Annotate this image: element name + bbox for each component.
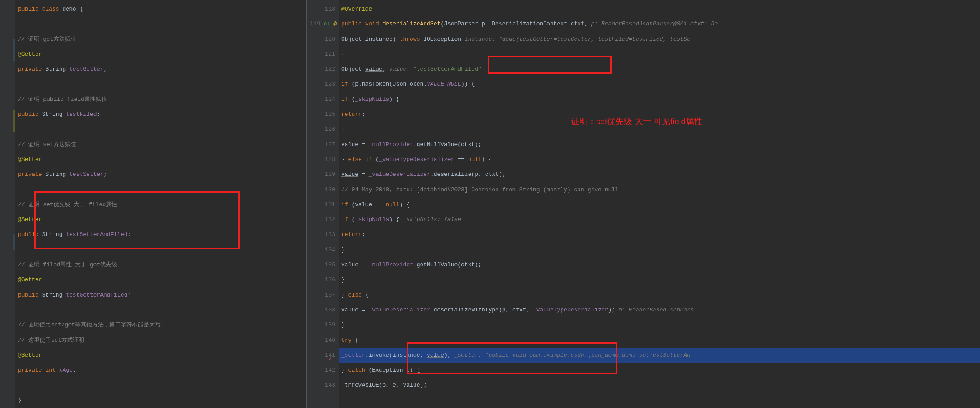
code-line[interactable]: @Setter — [15, 212, 306, 227]
gutter-line[interactable] — [0, 393, 15, 408]
gutter-line[interactable] — [0, 62, 15, 77]
code-line[interactable]: public String testGetterAndFiled; — [15, 288, 306, 303]
code-line[interactable]: try { — [339, 333, 980, 348]
gutter-line[interactable] — [0, 272, 15, 287]
code-line[interactable]: @Override — [339, 2, 980, 17]
code-line[interactable]: private int xAge; — [15, 363, 306, 378]
gutter-line-number[interactable]: 122 — [307, 62, 339, 77]
gutter-line[interactable] — [0, 227, 15, 242]
right-gutter[interactable]: 118119 o↑ @12012112212312412512612712812… — [307, 0, 339, 408]
code-line[interactable]: if (p.hasToken(JsonToken.VALUE_NULL)) { — [339, 77, 980, 92]
gutter-line-number[interactable]: 139 — [307, 318, 339, 333]
override-icon[interactable]: o↑ — [324, 21, 330, 27]
gutter-line[interactable] — [0, 318, 15, 333]
code-line[interactable]: // 这里使用set方式证明 — [15, 333, 306, 348]
gutter-line-number[interactable]: 135 — [307, 258, 339, 272]
code-line[interactable]: public class demo { — [15, 2, 306, 17]
code-line[interactable]: Object instance) throws IOException inst… — [339, 32, 980, 47]
code-line[interactable]: // 04-May-2018, tatu: [databind#2023] Co… — [339, 183, 980, 197]
gutter-line-number[interactable]: 125 — [307, 107, 339, 122]
right-code-area[interactable]: @Overridepublic void deserializeAndSet(J… — [339, 0, 980, 408]
code-line[interactable]: } else if (_valueTypeDeserializer == nul… — [339, 152, 980, 167]
code-line[interactable] — [15, 183, 306, 197]
code-line[interactable]: value = _nullProvider.getNullValue(ctxt)… — [339, 137, 980, 152]
code-line[interactable] — [15, 378, 306, 393]
code-line[interactable]: // 证明使用set/get等其他方法，第二字符不能是大写 — [15, 318, 306, 333]
code-line[interactable]: value = _nullProvider.getNullValue(ctxt)… — [339, 258, 980, 272]
gutter-line[interactable] — [0, 378, 15, 393]
gutter-line[interactable] — [0, 258, 15, 272]
gutter-line[interactable] — [0, 363, 15, 378]
gutter-line[interactable] — [0, 17, 15, 32]
gutter-line[interactable] — [0, 92, 15, 107]
code-line[interactable]: } else { — [339, 288, 980, 303]
code-line[interactable]: // 证明 get方法赋值 — [15, 32, 306, 47]
gutter-line-number[interactable]: 124 — [307, 92, 339, 107]
code-line[interactable]: } catch (Exception e) { — [339, 363, 980, 378]
gutter-line[interactable] — [0, 348, 15, 363]
code-line[interactable]: } — [339, 243, 980, 258]
code-line[interactable]: Object value; value: "testSetterAndFiled… — [339, 62, 980, 77]
gutter-line[interactable] — [0, 288, 15, 303]
gutter-line-number[interactable]: 132 — [307, 212, 339, 227]
gutter-line-number[interactable]: 134 — [307, 243, 339, 258]
gutter-line[interactable] — [0, 32, 15, 47]
gutter-line[interactable] — [0, 122, 15, 137]
gutter-line[interactable] — [0, 47, 15, 62]
gutter-line[interactable] — [0, 243, 15, 258]
code-line[interactable]: // 证明 set优先级 大于 filed属性 — [15, 197, 306, 212]
gutter-line-number[interactable]: 142 — [307, 363, 339, 378]
gutter-line-number[interactable]: 119 o↑ @ — [307, 17, 339, 32]
code-line[interactable]: @Setter — [15, 348, 306, 363]
code-line[interactable]: @Setter — [15, 152, 306, 167]
code-line[interactable]: value = _valueDeserializer.deserializeWi… — [339, 303, 980, 318]
code-line[interactable]: private String testGetter; — [15, 62, 306, 77]
code-line[interactable] — [15, 303, 306, 318]
gutter-line-number[interactable]: 120 — [307, 32, 339, 47]
gutter-line-number[interactable]: 129 — [307, 167, 339, 182]
gutter-line-number[interactable]: 127 — [307, 137, 339, 152]
gutter-line-number[interactable]: 141 — [307, 348, 339, 363]
code-line[interactable]: _throwAsIOE(p, e, value); — [339, 378, 980, 393]
gutter-line-number[interactable]: 126 — [307, 122, 339, 137]
code-line[interactable]: } — [15, 393, 306, 408]
code-line[interactable]: _setter.invoke(instance, value); _setter… — [339, 348, 980, 363]
gutter-line-number[interactable]: 136 — [307, 272, 339, 287]
code-line[interactable] — [15, 77, 306, 92]
gutter-line-number[interactable]: 128 — [307, 152, 339, 167]
gutter-line[interactable] — [0, 2, 15, 17]
code-line[interactable]: // 证明 set方法赋值 — [15, 137, 306, 152]
gutter-line[interactable] — [0, 152, 15, 167]
code-line[interactable]: @Getter — [15, 272, 306, 287]
code-line[interactable]: if (value == null) { — [339, 197, 980, 212]
gutter-line[interactable] — [0, 167, 15, 182]
code-line[interactable]: } — [339, 272, 980, 287]
gutter-line-number[interactable]: 137 — [307, 288, 339, 303]
gutter-line[interactable] — [0, 77, 15, 92]
gutter-line-number[interactable]: 123 — [307, 77, 339, 92]
gutter-line-number[interactable]: 143 — [307, 378, 339, 393]
gutter-line-number[interactable]: 140 — [307, 333, 339, 348]
gutter-line[interactable] — [0, 303, 15, 318]
code-line[interactable]: public String testFiled; — [15, 107, 306, 122]
code-line[interactable]: // 证明 filed属性 大于 get优先级 — [15, 258, 306, 272]
gutter-line[interactable] — [0, 107, 15, 122]
code-line[interactable] — [15, 243, 306, 258]
code-line[interactable]: if (_skipNulls) { — [339, 92, 980, 107]
code-line[interactable]: private String testSetter; — [15, 167, 306, 182]
code-line[interactable]: { — [339, 47, 980, 62]
gutter-line[interactable] — [0, 137, 15, 152]
gutter-line-number[interactable]: 118 — [307, 2, 339, 17]
code-line[interactable]: value = _valueDeserializer.deserialize(p… — [339, 167, 980, 182]
code-line[interactable]: if (_skipNulls) { _skipNulls: false — [339, 212, 980, 227]
gutter-line-number[interactable]: 133 — [307, 227, 339, 242]
code-line[interactable]: @Getter — [15, 47, 306, 62]
gutter-line-number[interactable]: 138 — [307, 303, 339, 318]
code-line[interactable]: public String testSetterAndFiled; — [15, 227, 306, 242]
gutter-line-number[interactable]: 130 — [307, 183, 339, 197]
gutter-line[interactable] — [0, 183, 15, 197]
code-line[interactable] — [15, 17, 306, 32]
code-line[interactable]: return; — [339, 227, 980, 242]
code-line[interactable]: // 证明 public field属性赋值 — [15, 92, 306, 107]
code-line[interactable] — [15, 122, 306, 137]
